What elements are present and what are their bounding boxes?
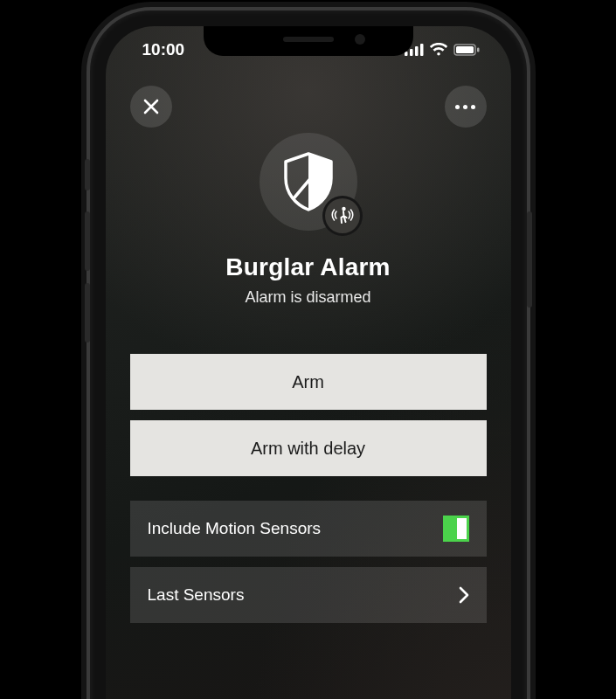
phone-side-button xyxy=(527,211,532,308)
screen: 10:00 xyxy=(106,26,511,699)
phone-side-button xyxy=(85,159,90,190)
phone-side-button xyxy=(85,283,90,343)
arm-with-delay-button[interactable]: Arm with delay xyxy=(130,420,487,476)
last-sensors-row[interactable]: Last Sensors xyxy=(130,567,487,623)
close-button[interactable] xyxy=(130,86,172,128)
svg-rect-6 xyxy=(477,48,480,52)
phone-notch xyxy=(204,26,413,56)
more-button[interactable] xyxy=(445,86,487,128)
page-subtitle: Alarm is disarmed xyxy=(245,288,370,307)
svg-rect-5 xyxy=(456,46,474,53)
page-title: Burglar Alarm xyxy=(225,253,390,281)
motion-sensor-icon xyxy=(331,204,354,227)
status-time: 10:00 xyxy=(134,40,185,59)
row-label: Last Sensors xyxy=(148,585,245,605)
svg-rect-3 xyxy=(420,44,424,56)
action-buttons: Arm Arm with delay xyxy=(130,354,487,476)
phone-frame: 10:00 xyxy=(90,10,527,699)
top-bar xyxy=(130,86,487,128)
svg-rect-1 xyxy=(410,49,413,56)
svg-rect-2 xyxy=(415,46,419,56)
alarm-icon-wrap xyxy=(260,133,357,231)
more-icon xyxy=(455,105,475,109)
close-icon xyxy=(142,98,160,115)
settings-rows: Include Motion Sensors Last Sensors xyxy=(130,501,487,623)
content: Burglar Alarm Alarm is disarmed Arm Arm … xyxy=(106,73,511,699)
motion-badge xyxy=(322,196,363,236)
hero: Burglar Alarm Alarm is disarmed xyxy=(130,133,487,307)
chevron-right-icon xyxy=(459,586,469,604)
svg-point-8 xyxy=(342,207,345,211)
arm-button[interactable]: Arm xyxy=(130,354,487,410)
phone-side-button xyxy=(85,211,90,271)
include-motion-sensors-row[interactable]: Include Motion Sensors xyxy=(130,501,487,557)
motion-sensors-toggle[interactable] xyxy=(443,516,469,542)
row-label: Include Motion Sensors xyxy=(148,519,322,538)
wifi-icon xyxy=(429,43,448,57)
battery-icon xyxy=(453,44,480,56)
status-indicators xyxy=(405,43,483,57)
